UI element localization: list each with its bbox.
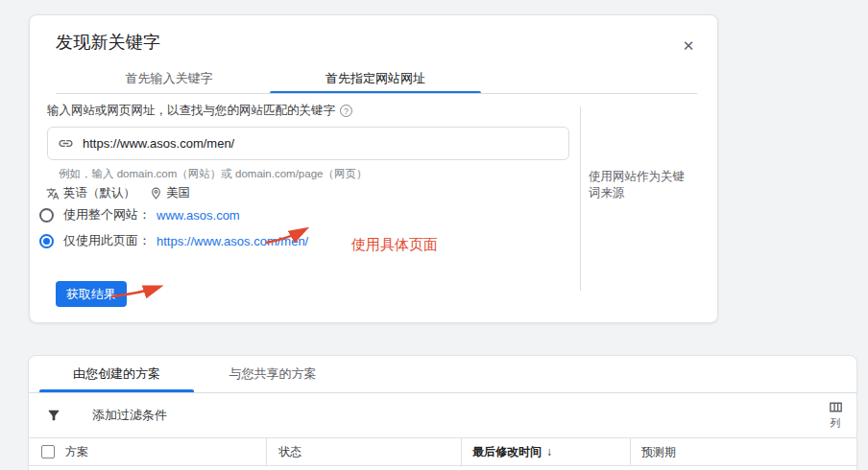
url-field-label: 输入网站或网页网址，以查找与您的网站匹配的关键字 ? <box>47 103 352 119</box>
location-pin-icon <box>150 187 162 200</box>
select-all-checkbox[interactable] <box>41 445 55 458</box>
annotation-use-specific-page: 使用具体页面 <box>351 236 438 254</box>
filter-funnel-icon <box>46 408 61 423</box>
language-location-row: 英语（默认） 美国 <box>46 185 190 201</box>
tab-label: 由您创建的方案 <box>73 365 160 383</box>
whole-site-link[interactable]: www.asos.com <box>157 208 240 223</box>
url-input-hint: 例如，输入 domain.com（网站）或 domain.com/page（网页… <box>59 167 367 181</box>
url-input-container <box>47 127 569 160</box>
header-status[interactable]: 状态 <box>278 438 301 465</box>
radio-whole-site[interactable]: 使用整个网站： www.asos.com <box>39 206 240 223</box>
header-plan[interactable]: 方案 <box>65 438 88 465</box>
tab-label: 首先输入关键字 <box>126 70 213 87</box>
column-separator <box>266 438 267 465</box>
tab-plans-shared-with-you[interactable]: 与您共享的方案 <box>196 356 350 392</box>
filter-toolbar: 添加过滤条件 列 <box>29 393 856 437</box>
translate-icon <box>46 187 60 200</box>
columns-icon <box>828 399 844 415</box>
radio-unselected-icon <box>39 208 54 223</box>
radio-selected-icon <box>39 234 54 248</box>
language-setting[interactable]: 英语（默认） <box>46 185 135 201</box>
columns-label: 列 <box>831 416 841 431</box>
column-separator <box>630 438 631 465</box>
radio-this-page-label: 仅使用此页面： <box>63 232 151 249</box>
header-forecast-period[interactable]: 预测期 <box>641 438 676 465</box>
discover-keywords-dialog: 发现新关键字 ✕ 首先输入关键字 首先指定网站网址 输入网站或网页网址，以查找与… <box>29 14 718 323</box>
help-icon[interactable]: ? <box>340 105 352 117</box>
add-filter-button[interactable]: 添加过滤条件 <box>38 401 175 430</box>
tab-plans-created-by-you[interactable]: 由您创建的方案 <box>39 356 194 392</box>
content-vertical-divider <box>580 106 581 291</box>
location-setting[interactable]: 美国 <box>150 185 190 201</box>
columns-button[interactable]: 列 <box>818 399 853 435</box>
sort-descending-icon: ↓ <box>546 445 552 458</box>
close-icon[interactable]: ✕ <box>675 33 702 59</box>
header-last-modified-label: 最后修改时间 <box>472 444 542 460</box>
get-results-button[interactable]: 获取结果 <box>56 281 127 307</box>
header-bottom-divider <box>29 465 856 466</box>
plans-panel: 由您创建的方案 与您共享的方案 添加过滤条件 列 方案 状态 最后修改时间 ↓ … <box>28 355 857 470</box>
location-value: 美国 <box>166 185 190 201</box>
this-page-link[interactable]: https://www.asos.com/men/ <box>157 234 308 248</box>
tab-label: 与您共享的方案 <box>229 365 317 383</box>
column-separator <box>461 438 462 465</box>
website-url-input[interactable] <box>83 136 559 151</box>
dialog-title: 发现新关键字 <box>56 31 160 54</box>
plans-table-header: 方案 状态 最后修改时间 ↓ 预测期 <box>29 438 856 465</box>
tab-label: 首先指定网站网址 <box>326 70 425 87</box>
add-filter-label: 添加过滤条件 <box>92 407 167 424</box>
side-note: 使用网站作为关键词来源 <box>589 169 696 201</box>
header-last-modified[interactable]: 最后修改时间 ↓ <box>472 438 552 465</box>
tab-start-with-keywords[interactable]: 首先输入关键字 <box>102 63 236 94</box>
url-field-label-text: 输入网站或网页网址，以查找与您的网站匹配的关键字 <box>47 103 335 119</box>
tabs-divider <box>56 93 697 94</box>
language-value: 英语（默认） <box>63 185 135 201</box>
tab-start-with-website[interactable]: 首先指定网站网址 <box>270 63 481 94</box>
radio-whole-site-label: 使用整个网站： <box>63 206 151 223</box>
link-icon <box>58 135 74 152</box>
radio-this-page-only[interactable]: 仅使用此页面： https://www.asos.com/men/ <box>39 232 308 249</box>
